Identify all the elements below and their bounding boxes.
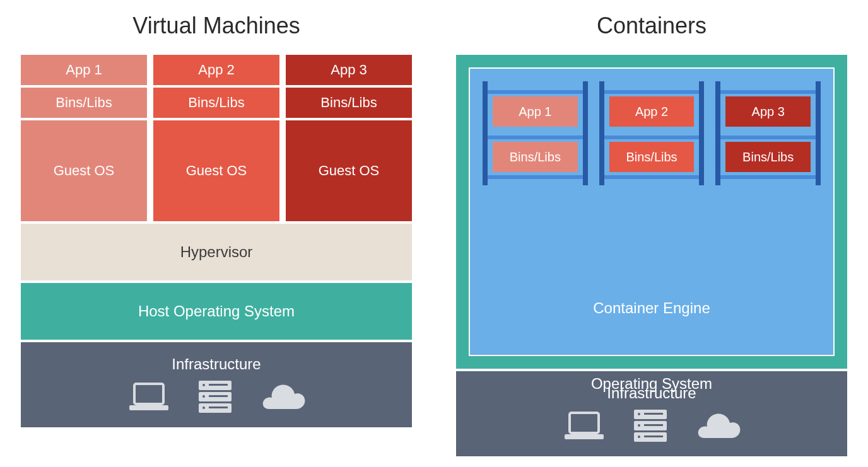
svg-point-6: [202, 395, 205, 398]
ct-engine-label: Container Engine: [593, 299, 710, 317]
vm-col-2: App 2 Bins/Libs Guest OS: [153, 55, 279, 221]
rack-rail-icon: [583, 81, 588, 185]
svg-rect-9: [209, 395, 228, 397]
laptop-icon: [127, 381, 171, 413]
svg-rect-8: [209, 384, 228, 386]
rack-shelf-icon: [604, 90, 700, 94]
server-icon: [631, 408, 669, 443]
svg-rect-19: [644, 413, 663, 415]
vm-guestos-2: Guest OS: [153, 120, 279, 221]
vm-libs-1: Bins/Libs: [21, 88, 147, 118]
svg-point-16: [638, 413, 640, 415]
ct-apps-row: App 1 Bins/Libs App 2 Bins/Libs: [470, 69, 833, 185]
ct-app-1: App 1: [493, 96, 578, 127]
svg-point-17: [638, 424, 640, 427]
ct-app-2: App 2: [609, 96, 695, 127]
cloud-icon: [259, 381, 307, 413]
rack-rail-icon: [715, 81, 720, 185]
svg-rect-11: [570, 413, 599, 433]
vm-app-2: App 2: [153, 55, 279, 85]
ct-frame-3: App 3 Bins/Libs: [715, 81, 821, 185]
vm-app-3: App 3: [286, 55, 412, 85]
rack-rail-icon: [599, 81, 604, 185]
vm-host-os: Host Operating System: [21, 283, 412, 340]
rack-shelf-icon: [488, 90, 583, 94]
ct-libs-3: Bins/Libs: [725, 142, 811, 172]
svg-point-7: [202, 406, 205, 409]
svg-point-18: [638, 435, 640, 438]
ct-frame-2: App 2 Bins/Libs: [599, 81, 705, 185]
ct-infra-label: Infrastructure: [607, 384, 696, 402]
vm-guestos-1: Guest OS: [21, 120, 147, 221]
ct-app-3: App 3: [725, 96, 811, 127]
rack-rail-icon: [816, 81, 821, 185]
rack-rail-icon: [483, 81, 488, 185]
vm-col-3: App 3 Bins/Libs Guest OS: [286, 55, 412, 221]
ct-stack: Containers App 1 Bins/Libs: [456, 13, 847, 456]
vm-title: Virtual Machines: [21, 13, 412, 39]
rack-shelf-icon: [488, 175, 583, 179]
ct-frame-1: App 1 Bins/Libs: [483, 81, 588, 185]
svg-rect-20: [644, 424, 663, 426]
ct-outer-teal: App 1 Bins/Libs App 2 Bins/Libs: [456, 55, 847, 369]
vm-apps-row: App 1 Bins/Libs Guest OS App 2 Bins/Libs…: [21, 55, 412, 221]
ct-infrastructure: Infrastructure: [456, 371, 847, 456]
ct-title: Containers: [456, 13, 847, 39]
laptop-icon: [562, 410, 606, 442]
svg-rect-10: [209, 406, 228, 408]
vm-infrastructure: Infrastructure: [21, 342, 412, 427]
vm-guestos-3: Guest OS: [286, 120, 412, 221]
ct-libs-2: Bins/Libs: [609, 142, 695, 172]
svg-rect-0: [134, 384, 163, 404]
server-icon: [196, 379, 234, 414]
ct-libs-1: Bins/Libs: [493, 142, 578, 172]
vm-hypervisor: Hypervisor: [21, 224, 412, 280]
svg-rect-12: [565, 434, 604, 439]
rack-shelf-icon: [720, 175, 816, 179]
svg-rect-1: [129, 405, 168, 410]
rack-shelf-icon: [720, 90, 816, 94]
svg-point-5: [202, 384, 205, 386]
rack-shelf-icon: [488, 135, 583, 139]
cloud-icon: [695, 410, 742, 442]
rack-shelf-icon: [604, 175, 700, 179]
svg-rect-21: [644, 435, 663, 437]
rack-rail-icon: [699, 81, 704, 185]
vm-infra-label: Infrastructure: [172, 355, 261, 373]
vm-app-1: App 1: [21, 55, 147, 85]
rack-shelf-icon: [604, 135, 700, 139]
ct-infra-icons: [562, 408, 742, 443]
rack-shelf-icon: [720, 135, 816, 139]
vm-libs-2: Bins/Libs: [153, 88, 279, 118]
ct-engine-box: App 1 Bins/Libs App 2 Bins/Libs: [469, 67, 835, 356]
vm-infra-icons: [127, 379, 307, 414]
vm-stack: Virtual Machines App 1 Bins/Libs Guest O…: [21, 13, 412, 456]
vm-col-1: App 1 Bins/Libs Guest OS: [21, 55, 147, 221]
vm-libs-3: Bins/Libs: [286, 88, 412, 118]
